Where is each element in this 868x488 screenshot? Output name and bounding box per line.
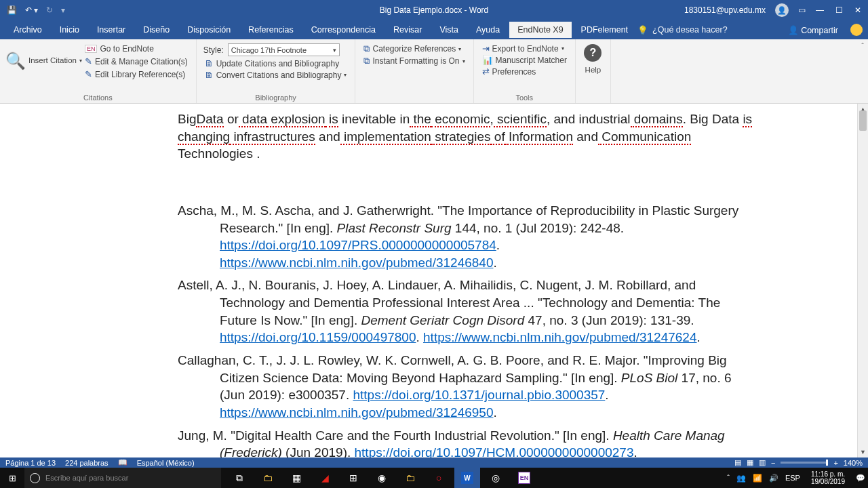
instant-formatting-button[interactable]: ⧉Instant Formatting is On ▾ (362, 55, 466, 67)
reference-link[interactable]: https://doi.org/10.1097/HCM.000000000000… (355, 445, 634, 458)
reference-link[interactable]: https://doi.org/10.1371/journal.pbio.300… (353, 388, 606, 402)
tab-vista[interactable]: Vista (431, 22, 467, 38)
tools-group-label: Tools (474, 94, 575, 102)
people-icon[interactable]: 👥 (736, 474, 746, 483)
tab-archivo[interactable]: Archivo (5, 22, 50, 38)
volume-icon[interactable]: 🔊 (769, 474, 778, 483)
keyboard-language[interactable]: ESP (785, 474, 800, 482)
read-mode-icon[interactable]: ▤ (734, 458, 741, 467)
ribbon-tabs: Archivo Inicio Insertar Diseño Disposici… (0, 20, 868, 39)
page-indicator[interactable]: Página 1 de 13 (5, 459, 56, 467)
reference-entry[interactable]: Ascha, M., M. S. Ascha, and J. Gatherwri… (178, 202, 754, 272)
go-to-endnote-button[interactable]: ENGo to EndNote (83, 43, 189, 54)
update-citations-button[interactable]: 🗎Update Citations and Bibliography (203, 58, 349, 69)
zoom-in-icon[interactable]: + (833, 459, 837, 467)
tab-inicio[interactable]: Inicio (52, 22, 87, 38)
opera-icon[interactable]: ○ (426, 468, 452, 488)
document-page[interactable]: BigData or data explosion is inevitable … (76, 104, 781, 458)
maximize-button[interactable]: ☐ (834, 5, 844, 15)
collapse-ribbon-icon[interactable]: ˆ (857, 39, 868, 103)
export-to-endnote-button[interactable]: ⇥Export to EndNote ▾ (481, 42, 568, 54)
tab-correspondencia[interactable]: Correspondencia (303, 22, 384, 38)
endnote-taskbar-icon[interactable]: EN (511, 468, 537, 488)
task-view-icon[interactable]: ⧉ (226, 468, 252, 488)
calculator-icon[interactable]: ⊞ (340, 468, 366, 488)
preferences-icon: ⇄ (482, 66, 490, 77)
chrome-icon[interactable]: ◉ (369, 468, 395, 488)
paragraph-intro[interactable]: BigData or data explosion is inevitable … (178, 110, 754, 163)
ribbon-display-icon[interactable]: ▭ (798, 5, 806, 15)
edit-manage-citations-button[interactable]: ✎Edit & Manage Citation(s) (83, 56, 189, 67)
tell-me-search[interactable]: 💡 ¿Qué desea hacer? (637, 25, 728, 35)
scroll-down-icon[interactable]: ▼ (858, 447, 868, 458)
save-icon[interactable]: 💾 (7, 5, 17, 15)
adobe-icon[interactable]: ◢ (312, 468, 338, 488)
tab-disposicion[interactable]: Disposición (179, 22, 239, 38)
file-explorer-icon[interactable]: 🗀 (255, 468, 281, 488)
tab-revisar[interactable]: Revisar (385, 22, 430, 38)
reference-entry[interactable]: Jung, M. "Digital Health Care and the Fo… (178, 427, 754, 458)
reference-entry[interactable]: Callaghan, C. T., J. J. L. Rowley, W. K.… (178, 352, 754, 422)
notifications-icon[interactable]: 💬 (856, 474, 865, 483)
tab-insertar[interactable]: Insertar (89, 22, 134, 38)
folder-icon[interactable]: 🗀 (397, 468, 423, 488)
taskbar-search[interactable]: Escribe aquí para buscar (24, 468, 221, 488)
scrollbar-thumb[interactable] (859, 110, 867, 131)
convert-citations-button[interactable]: 🗎Convert Citations and Bibliography ▾ (203, 69, 349, 81)
language-indicator[interactable]: Español (México) (137, 459, 195, 467)
feedback-smiley-icon[interactable] (850, 24, 863, 36)
status-bar: Página 1 de 13 224 palabras 📖 Español (M… (0, 458, 868, 468)
vertical-scrollbar[interactable]: ▲ ▼ (857, 104, 868, 458)
word-count[interactable]: 224 palabras (65, 459, 108, 467)
print-layout-icon[interactable]: ▦ (747, 458, 753, 467)
reference-link[interactable]: https://doi.org/10.1097/PRS.000000000000… (220, 238, 496, 252)
tab-endnote[interactable]: EndNote X9 (509, 22, 571, 38)
system-clock[interactable]: 11:16 p. m. 19/08/2019 (807, 470, 849, 485)
tab-ayuda[interactable]: Ayuda (468, 22, 508, 38)
help-button[interactable]: ? Help (583, 42, 604, 75)
document-viewport[interactable]: BigData or data explosion is inevitable … (0, 104, 857, 458)
document-title: Big Data Ejemplo.docx - Word (380, 5, 489, 15)
spell-check-icon[interactable]: 📖 (118, 458, 127, 467)
web-layout-icon[interactable]: ▥ (759, 458, 766, 467)
word-taskbar-icon[interactable]: W (454, 468, 480, 488)
tab-pdfelement[interactable]: PDFelement (573, 22, 636, 38)
tab-diseno[interactable]: Diseño (135, 22, 178, 38)
app-icon-1[interactable]: ▦ (283, 468, 309, 488)
cortana-icon (30, 473, 40, 483)
redo-icon[interactable]: ↻ (46, 5, 53, 15)
user-avatar-icon[interactable]: 👤 (775, 3, 789, 17)
reference-link[interactable]: https://www.ncbi.nlm.nih.gov/pubmed/3124… (220, 256, 493, 270)
windows-taskbar: ⊞ Escribe aquí para buscar ⧉ 🗀 ▦ ◢ ⊞ ◉ 🗀… (0, 468, 868, 488)
manuscript-matcher-button[interactable]: 📊Manuscript Matcher (481, 54, 568, 66)
minimize-button[interactable]: — (815, 5, 825, 15)
undo-icon[interactable]: ↶ ▾ (25, 5, 38, 15)
categorize-references-button[interactable]: ⧉Categorize References ▾ (362, 42, 466, 55)
reference-entry[interactable]: Astell, A. J., N. Bouranis, J. Hoey, A. … (178, 277, 754, 346)
obs-icon[interactable]: ◎ (483, 468, 509, 488)
endnote-icon: EN (85, 45, 98, 53)
edit-library-references-button[interactable]: ✎Edit Library Reference(s) (83, 68, 189, 80)
ribbon: 🔍 Insert Citation ▾ ENGo to EndNote ✎Edi… (0, 39, 868, 104)
quote-icon: 🔍 (5, 52, 26, 71)
edit-library-icon: ✎ (85, 69, 92, 79)
reference-link[interactable]: https://www.ncbi.nlm.nih.gov/pubmed/3124… (220, 405, 493, 420)
preferences-button[interactable]: ⇄Preferences (481, 66, 568, 77)
style-label: Style: (203, 45, 224, 55)
tray-expand-icon[interactable]: ˆ (727, 474, 730, 482)
reference-link[interactable]: https://www.ncbi.nlm.nih.gov/pubmed/3124… (423, 330, 696, 344)
title-bar: 💾 ↶ ▾ ↻ ▾ Big Data Ejemplo.docx - Word 1… (0, 0, 868, 20)
zoom-level[interactable]: 140% (844, 459, 863, 467)
zoom-slider[interactable] (781, 462, 828, 464)
start-button[interactable]: ⊞ (0, 473, 24, 483)
tab-referencias[interactable]: Referencias (240, 22, 302, 38)
qat-dropdown-icon[interactable]: ▾ (61, 5, 65, 15)
reference-link[interactable]: https://doi.org/10.1159/000497800 (220, 330, 416, 344)
user-email: 1830151@upv.edu.mx (684, 5, 766, 15)
style-dropdown[interactable]: Chicago 17th Footnote ▾ (228, 43, 340, 56)
share-button[interactable]: 👤 Compartir (788, 25, 838, 35)
insert-citation-button[interactable]: 🔍 Insert Citation ▾ (4, 42, 83, 80)
zoom-out-icon[interactable]: − (771, 459, 775, 467)
network-icon[interactable]: 📶 (753, 474, 762, 483)
close-button[interactable]: ✕ (853, 5, 863, 15)
